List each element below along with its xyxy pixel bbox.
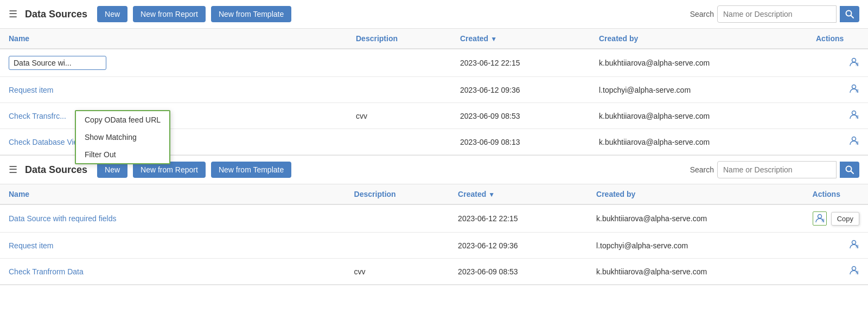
action-icon[interactable] xyxy=(848,84,859,96)
cell-created: 2023-06-09 08:53 xyxy=(449,259,588,285)
cell-created-by: k.bukhtiiarova@alpha-serve.com xyxy=(590,129,807,155)
context-menu-item[interactable]: Copy OData feed URL xyxy=(76,111,169,129)
cell-description xyxy=(347,129,451,155)
svg-point-6 xyxy=(852,111,856,115)
table-body: Data Source with required fields 2023-06… xyxy=(0,204,868,285)
cell-name: Request item xyxy=(0,77,347,103)
svg-line-1 xyxy=(851,16,854,18)
col-header-actions: Actions xyxy=(804,184,868,204)
cell-actions xyxy=(807,129,868,155)
cell-description xyxy=(346,233,449,259)
svg-point-12 xyxy=(818,215,821,219)
cell-created-by: k.bukhtiiarova@alpha-serve.com xyxy=(588,204,804,233)
cell-created-by: k.bukhtiiarova@alpha-serve.com xyxy=(590,103,807,129)
table-header: NameDescriptionCreated▼Created byActions xyxy=(0,29,868,49)
search-button[interactable] xyxy=(840,162,859,178)
action-icon[interactable] xyxy=(848,110,859,122)
svg-point-14 xyxy=(852,241,856,245)
copy-badge: Copy xyxy=(831,212,859,226)
search-button[interactable] xyxy=(840,6,859,22)
cell-name: Request item xyxy=(0,233,346,259)
cell-name: Check Database View data source for non-… xyxy=(0,129,347,155)
cell-name: Data Source wi... xyxy=(0,49,347,77)
table-row: Request item 2023-06-12 09:36 l.topchyi@… xyxy=(0,77,868,103)
action-icon[interactable] xyxy=(813,211,827,226)
table-row: Data Source with required fields 2023-06… xyxy=(0,204,868,233)
col-header-name: Name xyxy=(0,184,346,204)
action-icon[interactable] xyxy=(848,57,859,69)
col-header-name: Name xyxy=(0,29,347,49)
context-menu-item[interactable]: Filter Out xyxy=(76,146,169,163)
name-input-cell[interactable]: Data Source wi... xyxy=(9,56,106,70)
svg-point-2 xyxy=(852,58,856,62)
table-row: Data Source wi... 2023-06-12 22:15 k.buk… xyxy=(0,49,868,77)
data-source-link[interactable]: Check Transfrc... xyxy=(9,112,66,120)
cell-created: 2023-06-12 09:36 xyxy=(449,233,588,259)
cell-name: Check Transfrc... xyxy=(0,103,347,129)
cell-description xyxy=(346,204,449,233)
cell-created: 2023-06-12 22:15 xyxy=(449,204,588,233)
table-header: NameDescriptionCreated▼Created byActions xyxy=(0,184,868,204)
col-header-created[interactable]: Created▼ xyxy=(449,184,588,204)
cell-created: 2023-06-12 22:15 xyxy=(451,49,590,77)
new-from-template-button[interactable]: New from Template xyxy=(211,162,291,178)
cell-description: cvv xyxy=(347,103,451,129)
page-title: Data Sources xyxy=(25,9,87,20)
cell-created-by: k.bukhtiiarova@alpha-serve.com xyxy=(588,259,804,285)
cell-actions: Copy xyxy=(804,204,868,233)
col-header-created_by: Created by xyxy=(590,29,807,49)
data-source-link[interactable]: Request item xyxy=(9,241,53,250)
hamburger-icon[interactable]: ☰ xyxy=(9,164,17,176)
section-bottom: ☰ Data Sources New New from Report New f… xyxy=(0,156,868,285)
cell-created-by: l.topchyi@alpha-serve.com xyxy=(590,77,807,103)
context-menu: Copy OData feed URL Show Matching Filter… xyxy=(75,110,170,164)
new-from-report-button[interactable]: New from Report xyxy=(133,6,206,22)
cell-description xyxy=(347,49,451,77)
action-icon[interactable] xyxy=(848,136,859,148)
search-area: Search xyxy=(690,5,859,23)
search-label: Search xyxy=(690,165,714,174)
svg-line-11 xyxy=(851,171,854,174)
search-input[interactable] xyxy=(717,5,837,23)
col-header-created_by: Created by xyxy=(588,184,804,204)
cell-created-by: k.bukhtiiarova@alpha-serve.com xyxy=(590,49,807,77)
cell-name: Data Source with required fields xyxy=(0,204,346,233)
svg-point-8 xyxy=(852,137,856,141)
cell-actions xyxy=(807,103,868,129)
sort-arrow: ▼ xyxy=(490,35,497,43)
context-menu-item[interactable]: Show Matching xyxy=(76,129,169,146)
page-title: Data Sources xyxy=(25,164,87,176)
cell-actions xyxy=(804,259,868,285)
new-from-template-button[interactable]: New from Template xyxy=(211,6,291,22)
col-header-description: Description xyxy=(346,184,449,204)
action-icon[interactable] xyxy=(848,239,859,252)
cell-created: 2023-06-12 09:36 xyxy=(451,77,590,103)
search-input[interactable] xyxy=(717,161,837,178)
col-header-created[interactable]: Created▼ xyxy=(451,29,590,49)
hamburger-icon[interactable]: ☰ xyxy=(9,8,17,20)
section-top: ☰ Data Sources New New from Report New f… xyxy=(0,0,868,156)
action-icon[interactable] xyxy=(848,265,859,278)
cell-description xyxy=(347,77,451,103)
cell-description: cvv xyxy=(346,259,449,285)
header-bar-top: ☰ Data Sources New New from Report New f… xyxy=(0,0,868,29)
cell-created: 2023-06-09 08:13 xyxy=(451,129,590,155)
search-label: Search xyxy=(690,10,714,18)
cell-created-by: l.topchyi@alpha-serve.com xyxy=(588,233,804,259)
cell-actions xyxy=(807,49,868,77)
table-row: Request item 2023-06-12 09:36 l.topchyi@… xyxy=(0,233,868,259)
sort-arrow: ▼ xyxy=(488,191,495,198)
col-header-description: Description xyxy=(347,29,451,49)
svg-point-16 xyxy=(852,267,856,271)
cell-actions xyxy=(804,233,868,259)
data-source-link[interactable]: Data Source with required fields xyxy=(9,214,116,223)
cell-actions xyxy=(807,77,868,103)
search-area: Search xyxy=(690,161,859,178)
col-header-actions: Actions xyxy=(807,29,868,49)
new-button[interactable]: New xyxy=(97,6,127,22)
svg-point-4 xyxy=(852,85,856,89)
cell-created: 2023-06-09 08:53 xyxy=(451,103,590,129)
table-row: Check Tranfrorm Data cvv 2023-06-09 08:5… xyxy=(0,259,868,285)
data-source-link[interactable]: Request item xyxy=(9,86,53,94)
data-source-link[interactable]: Check Tranfrorm Data xyxy=(9,267,84,276)
